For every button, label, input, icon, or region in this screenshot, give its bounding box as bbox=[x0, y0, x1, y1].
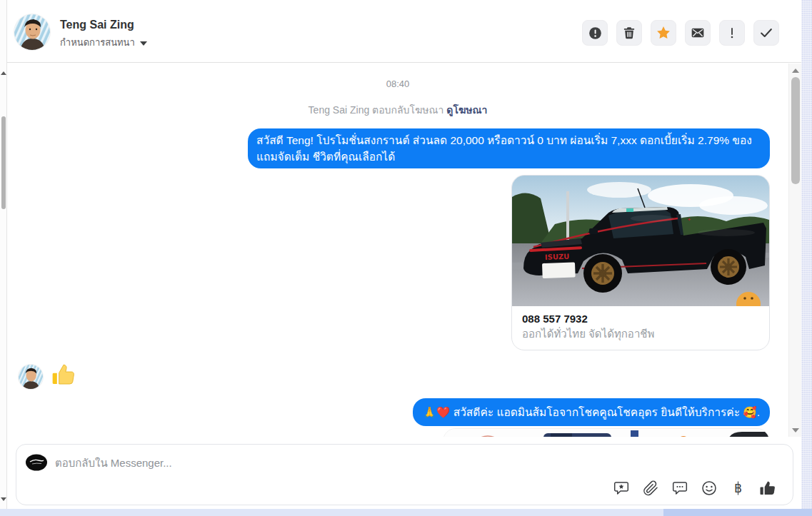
trash-icon bbox=[622, 26, 636, 40]
thumbs-up-icon bbox=[758, 478, 777, 498]
star-button[interactable] bbox=[651, 20, 676, 46]
outgoing-message-bubble: สวัสดี Teng! โปรโมชั่นสงกรานต์ ส่วนลด 20… bbox=[248, 128, 770, 168]
left-panel-scrollbar[interactable] bbox=[0, 0, 7, 509]
outgoing-message-bubble: 🙏❤️ สวัสดีค่ะ แอดมินส้มโอจากโชคคูณโชคอุด… bbox=[413, 398, 770, 426]
attach-file-button[interactable] bbox=[641, 479, 660, 497]
composer-tools: B bbox=[612, 479, 777, 497]
smiley-icon bbox=[701, 480, 718, 497]
chevron-down-icon bbox=[140, 41, 147, 46]
chat-star-icon bbox=[613, 480, 630, 497]
baht-icon: B bbox=[730, 480, 747, 497]
check-icon bbox=[758, 25, 774, 41]
like-button[interactable] bbox=[758, 479, 777, 497]
scroll-up-arrow-icon[interactable] bbox=[1, 71, 6, 75]
messenger-inbox-window: Teng Sai Zing กำหนดการสนทนา bbox=[0, 0, 812, 516]
horizontal-scrollbar[interactable] bbox=[0, 509, 812, 516]
emoji-button[interactable] bbox=[700, 479, 718, 497]
delete-button[interactable] bbox=[616, 20, 642, 46]
pickup-truck-photo: ISUZU ✦ bbox=[512, 176, 769, 306]
message-text: สวัสดี Teng! โปรโมชั่นสงกรานต์ ส่วนลด 20… bbox=[256, 134, 752, 163]
contact-avatar-small[interactable] bbox=[19, 365, 43, 389]
conversation-header: Teng Sai Zing กำหนดการสนทนา bbox=[7, 0, 801, 63]
message-list[interactable]: 08:40 Teng Sai Zing ตอบกลับโฆษณา ดูโฆษณา… bbox=[7, 64, 788, 437]
envelope-icon bbox=[691, 26, 705, 40]
thumbs-up-emoji bbox=[50, 360, 77, 389]
left-scrollbar-thumb[interactable] bbox=[1, 116, 6, 209]
ad-context-text: Teng Sai Zing ตอบกลับโฆษณา bbox=[309, 104, 444, 116]
contact-name: Teng Sai Zing bbox=[60, 19, 134, 31]
page-scrollbar-strip[interactable] bbox=[801, 0, 812, 516]
exclamation-circle-icon bbox=[588, 26, 603, 41]
image-card-info: 088 557 7932 ออกได้ทั่วไทย จัดได้ทุกอาชี… bbox=[512, 306, 769, 350]
chat-scrollbar[interactable] bbox=[788, 64, 801, 437]
exclamation-icon bbox=[725, 26, 739, 40]
mark-unread-button[interactable] bbox=[685, 20, 711, 46]
svg-text:ISUZU: ISUZU bbox=[545, 253, 570, 261]
conversation-actions bbox=[582, 20, 779, 46]
report-button[interactable] bbox=[582, 20, 608, 46]
schedule-conversation-dropdown[interactable]: กำหนดการสนทนา bbox=[60, 35, 147, 50]
chat-scrollbar-thumb[interactable] bbox=[791, 77, 800, 184]
scroll-down-arrow-icon[interactable] bbox=[1, 497, 6, 501]
reply-input[interactable] bbox=[55, 452, 555, 473]
comment-button[interactable] bbox=[671, 479, 689, 497]
view-ad-link[interactable]: ดูโฆษณา bbox=[446, 104, 487, 116]
phone-number: 088 557 7932 bbox=[522, 311, 759, 327]
schedule-conversation-label: กำหนดการสนทนา bbox=[60, 35, 135, 50]
star-icon bbox=[656, 25, 671, 41]
outgoing-image-card[interactable]: ISUZU ✦ bbox=[511, 175, 770, 350]
saved-replies-button[interactable] bbox=[612, 479, 631, 497]
ad-context-line: Teng Sai Zing ตอบกลับโฆษณา ดูโฆษณา bbox=[7, 102, 788, 118]
time-divider: 08:40 bbox=[7, 79, 788, 89]
svg-text:✦: ✦ bbox=[687, 217, 691, 223]
message-text: 🙏❤️ สวัสดีค่ะ แอดมินส้มโอจากโชคคูณโชคอุด… bbox=[423, 406, 760, 418]
page-logo-avatar bbox=[25, 453, 48, 475]
mark-important-button[interactable] bbox=[719, 20, 745, 46]
scroll-up-arrow-icon[interactable] bbox=[792, 69, 799, 73]
scroll-down-arrow-icon[interactable] bbox=[792, 428, 799, 432]
contact-avatar[interactable] bbox=[14, 14, 50, 50]
card-caption: ออกได้ทั่วไทย จัดได้ทุกอาชีพ bbox=[522, 327, 759, 341]
chat-dots-icon bbox=[671, 480, 688, 497]
incoming-reaction-row: 👍 bbox=[19, 360, 77, 389]
partially-visible-image-message[interactable] bbox=[443, 428, 770, 437]
payment-button[interactable]: B bbox=[729, 479, 748, 497]
reply-composer: B bbox=[16, 444, 793, 505]
mark-done-button[interactable] bbox=[753, 20, 779, 46]
reaction-emoji-text: 👍 bbox=[19, 388, 19, 389]
paperclip-icon bbox=[642, 480, 659, 497]
